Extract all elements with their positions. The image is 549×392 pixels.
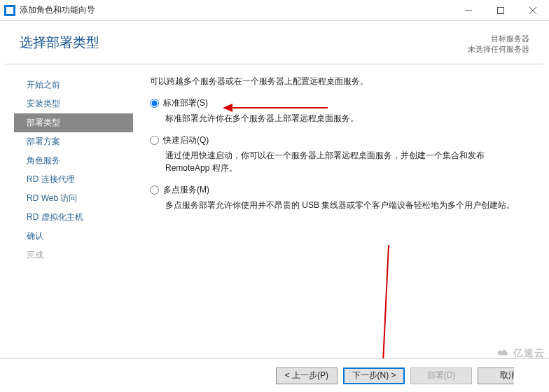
option-standard: 标准部署(S) 标准部署允许你在多个服务器上部署远程桌面服务。	[150, 97, 528, 125]
nav-item-deploy-type[interactable]: 部署类型	[14, 113, 133, 132]
nav-item-rd-broker[interactable]: RD 连接代理	[14, 170, 133, 189]
page-title: 选择部署类型	[20, 34, 468, 52]
option-multipoint-desc: 多点服务部署允许你使用并不昂贵的 USB 集线器或零个客户端设备轻松地为多个用户…	[165, 199, 528, 211]
nav-item-install-type[interactable]: 安装类型	[14, 94, 133, 113]
option-multipoint-label: 多点服务(M)	[163, 184, 209, 196]
target-server-value: 未选择任何服务器	[468, 44, 529, 55]
wizard-body: 开始之前 安装类型 部署类型 部署方案 角色服务 RD 连接代理 RD Web …	[0, 64, 549, 358]
option-multipoint: 多点服务(M) 多点服务部署允许你使用并不昂贵的 USB 集线器或零个客户端设备…	[150, 184, 528, 211]
prev-button[interactable]: < 上一步(P)	[276, 368, 338, 384]
radio-multipoint[interactable]	[150, 186, 159, 195]
wizard-header: 选择部署类型 目标服务器 未选择任何服务器	[0, 21, 549, 64]
nav-item-role-service[interactable]: 角色服务	[14, 151, 133, 170]
window-controls	[452, 0, 549, 21]
svg-rect-1	[498, 7, 504, 13]
wizard-nav: 开始之前 安装类型 部署类型 部署方案 角色服务 RD 连接代理 RD Web …	[14, 73, 133, 358]
target-server-block: 目标服务器 未选择任何服务器	[468, 34, 529, 55]
app-icon	[4, 5, 15, 16]
option-quick: 快速启动(Q) 通过使用快速启动，你可以在一个服务器上部署远程桌面服务，并创建一…	[150, 134, 528, 174]
wizard-footer: < 上一步(P) 下一步(N) > 部署(D) 取消	[0, 358, 549, 392]
minimize-button[interactable]	[452, 0, 485, 21]
option-quick-row[interactable]: 快速启动(Q)	[150, 134, 528, 146]
close-button[interactable]	[517, 0, 549, 21]
radio-standard[interactable]	[150, 99, 159, 108]
deploy-button: 部署(D)	[410, 368, 472, 384]
wizard-content: 可以跨越多个服务器或在一个服务器上配置远程桌面服务。 标准部署(S) 标准部署允…	[133, 73, 535, 358]
target-server-label: 目标服务器	[468, 34, 529, 44]
nav-item-rd-virtual[interactable]: RD 虚拟化主机	[14, 208, 133, 227]
option-quick-label: 快速启动(Q)	[163, 134, 209, 146]
maximize-button[interactable]	[485, 0, 517, 21]
svg-rect-0	[6, 7, 13, 14]
option-standard-desc: 标准部署允许你在多个服务器上部署远程桌面服务。	[165, 112, 528, 125]
titlebar: 添加角色和功能向导	[0, 0, 549, 21]
nav-item-deploy-scheme[interactable]: 部署方案	[14, 132, 133, 151]
nav-item-confirm[interactable]: 确认	[14, 227, 133, 246]
next-button[interactable]: 下一步(N) >	[343, 368, 405, 384]
nav-item-complete: 完成	[14, 246, 133, 265]
option-standard-label: 标准部署(S)	[163, 97, 208, 109]
screenshot-cut-edge	[514, 360, 549, 392]
option-multipoint-row[interactable]: 多点服务(M)	[150, 184, 528, 196]
radio-quick[interactable]	[150, 136, 159, 145]
window-title: 添加角色和功能向导	[20, 4, 452, 16]
option-quick-desc: 通过使用快速启动，你可以在一个服务器上部署远程桌面服务，并创建一个集合和发布 R…	[165, 149, 528, 174]
nav-item-before-begin[interactable]: 开始之前	[14, 76, 133, 94]
option-standard-row[interactable]: 标准部署(S)	[150, 97, 528, 109]
nav-item-rd-web[interactable]: RD Web 访问	[14, 189, 133, 208]
content-intro: 可以跨越多个服务器或在一个服务器上配置远程桌面服务。	[150, 76, 528, 88]
